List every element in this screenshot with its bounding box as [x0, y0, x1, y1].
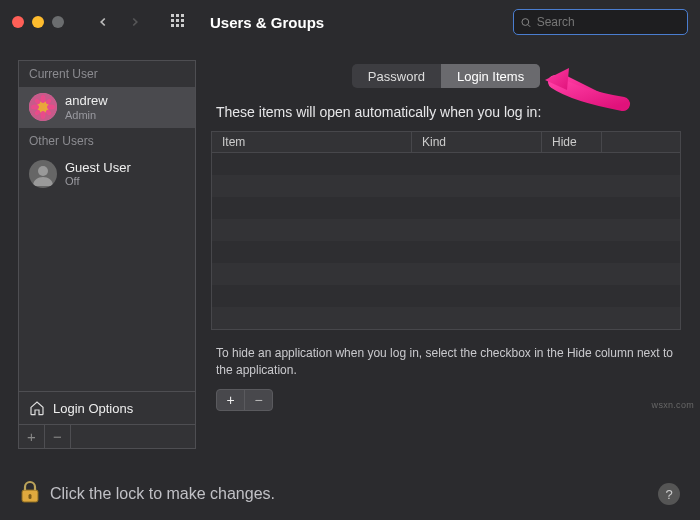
col-hide[interactable]: Hide: [542, 132, 602, 152]
user-role: Off: [65, 175, 131, 188]
back-button[interactable]: [90, 9, 116, 35]
remove-item-button[interactable]: −: [245, 390, 272, 410]
sidebar-item-guest-user[interactable]: Guest User Off: [19, 154, 195, 195]
zoom-icon[interactable]: [52, 16, 64, 28]
col-kind[interactable]: Kind: [412, 132, 542, 152]
help-button[interactable]: ?: [658, 483, 680, 505]
current-user-label: Current User: [19, 61, 195, 87]
svg-rect-7: [176, 24, 179, 27]
tabbar: Password Login Items: [210, 64, 682, 88]
svg-point-15: [31, 105, 39, 110]
hint-text: To hide an application when you log in, …: [216, 345, 676, 379]
table-row: [212, 219, 680, 241]
lock-icon[interactable]: [20, 480, 40, 508]
svg-point-21: [38, 166, 48, 176]
search-input[interactable]: [537, 15, 681, 29]
window-title: Users & Groups: [210, 14, 324, 31]
content-pane: Password Login Items These items will op…: [210, 60, 682, 449]
titlebar: Users & Groups: [0, 0, 700, 44]
svg-point-13: [41, 95, 46, 103]
table-row: [212, 285, 680, 307]
sidebar-item-current-user[interactable]: andrew Admin: [19, 87, 195, 128]
svg-rect-6: [171, 24, 174, 27]
minimize-icon[interactable]: [32, 16, 44, 28]
table-row: [212, 241, 680, 263]
footer: Click the lock to make changes. ?: [0, 468, 700, 520]
svg-rect-3: [171, 19, 174, 22]
svg-line-10: [528, 24, 530, 26]
item-add-remove: + −: [216, 389, 273, 411]
svg-rect-1: [176, 14, 179, 17]
col-spacer: [602, 132, 680, 152]
login-items-table: Item Kind Hide: [210, 130, 682, 331]
login-options-label: Login Options: [53, 401, 133, 416]
pane-description: These items will open automatically when…: [216, 104, 676, 120]
nav-arrows: [90, 9, 148, 35]
svg-point-9: [522, 18, 529, 25]
svg-rect-4: [176, 19, 179, 22]
avatar: [29, 160, 57, 188]
col-item[interactable]: Item: [212, 132, 412, 152]
user-text: Guest User Off: [65, 160, 131, 189]
main-content: Current User andrew Admin Other Users Gu…: [0, 44, 700, 449]
avatar: [29, 93, 57, 121]
svg-rect-8: [181, 24, 184, 27]
table-header: Item Kind Hide: [211, 131, 681, 153]
watermark: wsxn.com: [652, 400, 694, 410]
login-options-button[interactable]: Login Options: [19, 391, 195, 424]
table-row: [212, 175, 680, 197]
forward-button[interactable]: [122, 9, 148, 35]
user-sidebar: Current User andrew Admin Other Users Gu…: [18, 60, 196, 449]
table-body[interactable]: [211, 153, 681, 330]
user-name: Guest User: [65, 160, 131, 176]
close-icon[interactable]: [12, 16, 24, 28]
home-icon: [29, 400, 45, 416]
svg-rect-5: [181, 19, 184, 22]
svg-rect-0: [171, 14, 174, 17]
remove-user-button[interactable]: −: [45, 425, 71, 449]
svg-rect-23: [29, 494, 32, 499]
tab-login-items[interactable]: Login Items: [441, 64, 540, 88]
user-role: Admin: [65, 109, 108, 122]
add-item-button[interactable]: +: [217, 390, 245, 410]
sidebar-add-remove: + −: [19, 424, 195, 448]
table-row: [212, 263, 680, 285]
search-icon: [520, 16, 532, 29]
other-users-label: Other Users: [19, 128, 195, 154]
add-user-button[interactable]: +: [19, 425, 45, 449]
lock-text: Click the lock to make changes.: [50, 485, 275, 503]
search-field[interactable]: [513, 9, 688, 35]
table-row: [212, 307, 680, 329]
window-controls: [12, 16, 64, 28]
svg-rect-2: [181, 14, 184, 17]
table-row: [212, 153, 680, 175]
tab-password[interactable]: Password: [352, 64, 441, 88]
table-row: [212, 197, 680, 219]
svg-point-16: [47, 105, 55, 110]
show-all-button[interactable]: [166, 9, 192, 35]
user-text: andrew Admin: [65, 93, 108, 122]
svg-point-14: [41, 111, 46, 119]
user-name: andrew: [65, 93, 108, 109]
